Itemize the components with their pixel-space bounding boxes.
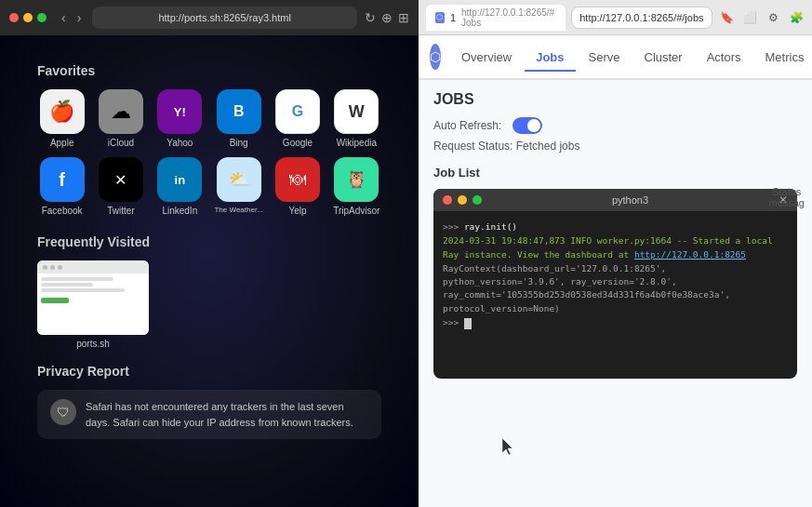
- ray-content: JOBS Auto Refresh: Request Status: Fetch…: [419, 80, 812, 507]
- fav-label-apple: Apple: [50, 138, 74, 148]
- ray-toolbar: 🔖 ⬜ ⚙ 🧩 ↻: [718, 8, 812, 27]
- term-line-2: 2024-03-31 19:48:47,873 INFO worker.py:1…: [443, 234, 788, 261]
- nav-jobs[interactable]: Jobs: [525, 45, 575, 72]
- nav-cluster[interactable]: Cluster: [633, 45, 694, 72]
- fav-icon-bing: B: [217, 89, 261, 134]
- ray-url-bar[interactable]: http://127.0.0.1:8265/#/jobs: [571, 7, 712, 29]
- fav-icon-apple: 🍎: [40, 89, 85, 134]
- favorites-grid: 🍎 Apple ☁ iCloud Y! Yahoo B Bing G Googl…: [37, 89, 381, 216]
- fav-bing[interactable]: B Bing: [214, 89, 263, 148]
- nav-buttons: ‹ ›: [58, 8, 85, 27]
- shield-icon: 🛡: [50, 399, 76, 425]
- fav-icon-twitter: ✕: [99, 157, 143, 202]
- fav-label-facebook: Facebook: [42, 206, 83, 216]
- job-list-header: Job List: [433, 166, 797, 180]
- fav-yelp[interactable]: 🍽 Yelp: [273, 157, 322, 216]
- term-maximize[interactable]: [473, 195, 482, 205]
- term-line-3: RayContext(dashboard_url='127.0.0.1:8265…: [443, 262, 788, 315]
- freq-thumbnail-ports: [37, 260, 149, 335]
- close-button[interactable]: [9, 13, 19, 22]
- fav-label-yahoo: Yahoo: [166, 138, 193, 148]
- safari-url-bar[interactable]: http://ports.sh:8265/ray3.html: [92, 7, 357, 29]
- privacy-report-title: Privacy Report: [37, 364, 381, 379]
- fav-label-yelp: Yelp: [288, 206, 306, 216]
- fav-label-tripadvisor: TripAdvisor: [333, 206, 379, 216]
- nav-overview[interactable]: Overview: [450, 45, 523, 72]
- fullscreen-button[interactable]: [37, 13, 47, 22]
- ray-favicon: ⬡: [435, 12, 445, 23]
- nav-actors[interactable]: Actors: [696, 45, 752, 72]
- back-button[interactable]: ‹: [58, 8, 70, 27]
- terminal-body[interactable]: >>> ray.init() 2024-03-31 19:48:47,873 I…: [433, 211, 797, 379]
- fav-google[interactable]: G Google: [273, 89, 322, 148]
- reload-icon[interactable]: ↻: [365, 10, 376, 25]
- fav-yahoo[interactable]: Y! Yahoo: [155, 89, 205, 148]
- fav-label-linkedin: LinkedIn: [162, 206, 197, 216]
- frequently-visited-title: Frequently Visited: [37, 234, 381, 249]
- settings-icon[interactable]: ⚙: [765, 8, 783, 27]
- nav-metrics[interactable]: Metrics: [754, 45, 812, 72]
- fav-apple[interactable]: 🍎 Apple: [37, 89, 87, 148]
- ray-window: ⬡ 1 http://127.0.0.1:8265/# Jobs http://…: [419, 0, 812, 507]
- extensions-icon[interactable]: 🧩: [788, 8, 806, 27]
- fav-icloud[interactable]: ☁ iCloud: [96, 89, 145, 148]
- safari-window: ‹ › http://ports.sh:8265/ray3.html ↻ ⊕ ⊞…: [0, 0, 419, 507]
- cursor-indicator: [502, 438, 517, 460]
- fav-facebook[interactable]: f Facebook: [37, 157, 87, 216]
- share-icon[interactable]: ⊕: [381, 10, 393, 25]
- bookmark-icon[interactable]: 🔖: [718, 8, 737, 27]
- share-icon[interactable]: ⬜: [741, 8, 760, 27]
- privacy-report: 🛡 Safari has not encountered any tracker…: [37, 390, 381, 439]
- nav-serve[interactable]: Serve: [578, 45, 632, 72]
- tab-label: 1: [450, 12, 456, 23]
- fav-icon-google: G: [275, 89, 320, 134]
- fav-icon-facebook: f: [40, 157, 85, 202]
- terminal-header: python3 ✕: [433, 189, 797, 211]
- freq-label-ports: ports.sh: [76, 339, 110, 349]
- fav-label-twitter: Twitter: [107, 206, 134, 216]
- fav-label-wikipedia: Wikipedia: [337, 138, 377, 148]
- status-column: Status messag: [768, 186, 805, 208]
- fav-label-weather: The Weather...: [214, 206, 262, 214]
- minimize-button[interactable]: [23, 13, 33, 22]
- fav-label-bing: Bing: [230, 138, 248, 148]
- ray-nav: ⬡ Overview Jobs Serve Cluster Actors Met…: [419, 35, 812, 80]
- fav-icon-weather: ⛅: [217, 157, 261, 202]
- fav-twitter[interactable]: ✕ Twitter: [96, 157, 145, 216]
- fav-label-google: Google: [283, 138, 313, 148]
- fav-icon-yelp: 🍽: [275, 157, 320, 202]
- status-label: Status: [768, 186, 805, 197]
- term-line-1: >>> ray.init(): [443, 220, 788, 233]
- term-line-4: >>>: [443, 316, 788, 329]
- ray-tab[interactable]: ⬡ 1 http://127.0.0.1:8265/# Jobs: [426, 5, 566, 31]
- freq-item-ports[interactable]: ports.sh: [37, 260, 149, 349]
- ray-chrome: ⬡ 1 http://127.0.0.1:8265/# Jobs http://…: [419, 0, 812, 35]
- auto-refresh-toggle[interactable]: [512, 117, 542, 134]
- ray-url-text: http://127.0.0.1:8265/#/jobs: [579, 12, 703, 23]
- fav-icon-tripadvisor: 🦉: [334, 157, 379, 202]
- request-status: Request Status: Fetched jobs: [433, 140, 797, 153]
- forward-button[interactable]: ›: [73, 8, 86, 27]
- term-close[interactable]: [443, 195, 452, 205]
- fav-tripadvisor[interactable]: 🦉 TripAdvisor: [332, 157, 381, 216]
- newtab-content: Favorites 🍎 Apple ☁ iCloud Y! Yahoo B Bi…: [0, 54, 419, 448]
- favorites-title: Favorites: [37, 63, 381, 78]
- freq-visited-grid: ports.sh: [37, 260, 381, 349]
- fav-wikipedia[interactable]: W Wikipedia: [332, 89, 381, 148]
- safari-toolbar: ↻ ⊕ ⊞: [365, 10, 409, 25]
- fav-linkedin[interactable]: in LinkedIn: [155, 157, 205, 216]
- term-minimize[interactable]: [458, 195, 467, 205]
- auto-refresh-label: Auto Refresh:: [433, 119, 501, 132]
- terminal-title: python3: [487, 194, 773, 206]
- add-tab-icon[interactable]: ⊞: [398, 10, 409, 25]
- fav-icon-linkedin: in: [157, 157, 202, 202]
- ray-logo: ⬡: [430, 44, 441, 70]
- fav-icon-icloud: ☁: [99, 89, 143, 134]
- fav-icon-yahoo: Y!: [157, 89, 202, 134]
- fav-weather[interactable]: ⛅ The Weather...: [214, 157, 263, 216]
- tab-url-text: http://127.0.0.1:8265/# Jobs: [461, 7, 556, 28]
- jobs-title: JOBS: [433, 91, 797, 108]
- fav-icon-wikipedia: W: [334, 89, 379, 134]
- traffic-lights: [9, 13, 47, 22]
- safari-chrome: ‹ › http://ports.sh:8265/ray3.html ↻ ⊕ ⊞: [0, 0, 419, 35]
